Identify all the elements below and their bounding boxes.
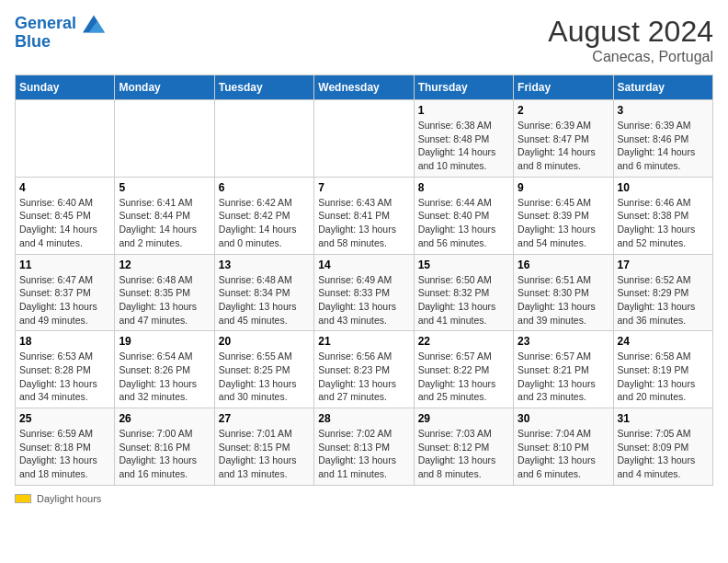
- calendar-cell: 4Sunrise: 6:40 AMSunset: 8:45 PMDaylight…: [16, 177, 115, 254]
- day-number: 23: [518, 335, 609, 348]
- page-header: General Blue August 2024 Canecas, Portug…: [15, 15, 713, 65]
- day-info: Sunrise: 6:43 AMSunset: 8:41 PMDaylight:…: [318, 196, 409, 250]
- calendar-cell: 28Sunrise: 7:02 AMSunset: 8:13 PMDayligh…: [314, 408, 414, 486]
- day-number: 29: [418, 412, 509, 425]
- calendar-cell: 20Sunrise: 6:55 AMSunset: 8:25 PMDayligh…: [214, 331, 313, 408]
- day-number: 9: [518, 181, 609, 194]
- day-number: 22: [418, 335, 509, 348]
- day-number: 21: [318, 335, 409, 348]
- calendar-cell: 1Sunrise: 6:38 AMSunset: 8:48 PMDaylight…: [414, 100, 513, 178]
- calendar-cell: 19Sunrise: 6:54 AMSunset: 8:26 PMDayligh…: [115, 331, 214, 408]
- calendar-body: 1Sunrise: 6:38 AMSunset: 8:48 PMDaylight…: [16, 100, 713, 486]
- calendar-day-header: Wednesday: [314, 75, 414, 100]
- calendar-cell: 31Sunrise: 7:05 AMSunset: 8:09 PMDayligh…: [613, 408, 712, 486]
- day-number: 5: [119, 181, 210, 194]
- calendar-cell: [314, 100, 414, 178]
- title-block: August 2024 Canecas, Portugal: [548, 15, 713, 65]
- calendar-cell: 10Sunrise: 6:46 AMSunset: 8:38 PMDayligh…: [613, 177, 712, 254]
- day-info: Sunrise: 7:03 AMSunset: 8:12 PMDaylight:…: [418, 427, 509, 481]
- calendar-cell: 3Sunrise: 6:39 AMSunset: 8:46 PMDaylight…: [613, 100, 712, 178]
- calendar-week-row: 18Sunrise: 6:53 AMSunset: 8:28 PMDayligh…: [16, 331, 713, 408]
- day-number: 14: [318, 259, 409, 271]
- logo-blue: Blue: [15, 33, 105, 52]
- day-info: Sunrise: 6:57 AMSunset: 8:22 PMDaylight:…: [418, 350, 509, 404]
- day-number: 25: [19, 412, 110, 425]
- calendar-day-header: Monday: [115, 75, 214, 100]
- calendar-cell: 16Sunrise: 6:51 AMSunset: 8:30 PMDayligh…: [514, 254, 613, 331]
- day-info: Sunrise: 6:55 AMSunset: 8:25 PMDaylight:…: [219, 350, 310, 404]
- day-info: Sunrise: 6:48 AMSunset: 8:34 PMDaylight:…: [219, 273, 310, 327]
- calendar-cell: 12Sunrise: 6:48 AMSunset: 8:35 PMDayligh…: [115, 254, 214, 331]
- day-info: Sunrise: 7:01 AMSunset: 8:15 PMDaylight:…: [219, 427, 310, 481]
- day-number: 28: [318, 412, 409, 425]
- calendar-week-row: 25Sunrise: 6:59 AMSunset: 8:18 PMDayligh…: [16, 408, 713, 486]
- main-title: August 2024: [548, 15, 713, 49]
- day-info: Sunrise: 6:40 AMSunset: 8:45 PMDaylight:…: [19, 196, 110, 250]
- day-info: Sunrise: 6:41 AMSunset: 8:44 PMDaylight:…: [119, 196, 210, 250]
- day-number: 4: [19, 181, 110, 194]
- calendar-day-header: Tuesday: [214, 75, 313, 100]
- day-info: Sunrise: 6:50 AMSunset: 8:32 PMDaylight:…: [418, 273, 509, 327]
- calendar-cell: 30Sunrise: 7:04 AMSunset: 8:10 PMDayligh…: [514, 408, 613, 486]
- day-info: Sunrise: 7:04 AMSunset: 8:10 PMDaylight:…: [518, 427, 609, 481]
- day-info: Sunrise: 6:54 AMSunset: 8:26 PMDaylight:…: [119, 350, 210, 404]
- footer: Daylight hours: [15, 493, 713, 504]
- calendar-cell: [214, 100, 313, 178]
- day-number: 30: [518, 412, 609, 425]
- calendar-week-row: 1Sunrise: 6:38 AMSunset: 8:48 PMDaylight…: [16, 100, 713, 178]
- day-info: Sunrise: 6:38 AMSunset: 8:48 PMDaylight:…: [418, 119, 509, 173]
- day-info: Sunrise: 6:46 AMSunset: 8:38 PMDaylight:…: [618, 196, 709, 250]
- calendar-cell: 21Sunrise: 6:56 AMSunset: 8:23 PMDayligh…: [314, 331, 414, 408]
- calendar-cell: 26Sunrise: 7:00 AMSunset: 8:16 PMDayligh…: [115, 408, 214, 486]
- day-number: 13: [219, 259, 310, 271]
- calendar-cell: 22Sunrise: 6:57 AMSunset: 8:22 PMDayligh…: [414, 331, 513, 408]
- calendar-cell: 17Sunrise: 6:52 AMSunset: 8:29 PMDayligh…: [613, 254, 712, 331]
- calendar-cell: 29Sunrise: 7:03 AMSunset: 8:12 PMDayligh…: [414, 408, 513, 486]
- calendar-week-row: 11Sunrise: 6:47 AMSunset: 8:37 PMDayligh…: [16, 254, 713, 331]
- day-info: Sunrise: 6:48 AMSunset: 8:35 PMDaylight:…: [119, 273, 210, 327]
- subtitle: Canecas, Portugal: [548, 49, 713, 65]
- calendar-table: SundayMondayTuesdayWednesdayThursdayFrid…: [15, 75, 713, 486]
- calendar-cell: [115, 100, 214, 178]
- day-info: Sunrise: 6:51 AMSunset: 8:30 PMDaylight:…: [518, 273, 609, 327]
- day-info: Sunrise: 7:00 AMSunset: 8:16 PMDaylight:…: [119, 427, 210, 481]
- day-info: Sunrise: 6:39 AMSunset: 8:47 PMDaylight:…: [518, 119, 609, 173]
- day-number: 3: [618, 104, 709, 117]
- day-number: 20: [219, 335, 310, 348]
- calendar-cell: 13Sunrise: 6:48 AMSunset: 8:34 PMDayligh…: [214, 254, 313, 331]
- day-info: Sunrise: 6:52 AMSunset: 8:29 PMDaylight:…: [618, 273, 709, 327]
- calendar-cell: 14Sunrise: 6:49 AMSunset: 8:33 PMDayligh…: [314, 254, 414, 331]
- day-info: Sunrise: 6:45 AMSunset: 8:39 PMDaylight:…: [518, 196, 609, 250]
- logo-icon: [83, 15, 105, 33]
- calendar-day-header: Friday: [514, 75, 613, 100]
- calendar-day-header: Sunday: [16, 75, 115, 100]
- day-number: 17: [618, 259, 709, 271]
- day-number: 24: [618, 335, 709, 348]
- day-info: Sunrise: 6:57 AMSunset: 8:21 PMDaylight:…: [518, 350, 609, 404]
- day-info: Sunrise: 6:47 AMSunset: 8:37 PMDaylight:…: [19, 273, 110, 327]
- calendar-cell: 6Sunrise: 6:42 AMSunset: 8:42 PMDaylight…: [214, 177, 313, 254]
- day-number: 31: [618, 412, 709, 425]
- daylight-bar-icon: [15, 494, 31, 503]
- calendar-cell: 2Sunrise: 6:39 AMSunset: 8:47 PMDaylight…: [514, 100, 613, 178]
- day-number: 26: [119, 412, 210, 425]
- day-number: 6: [219, 181, 310, 194]
- calendar-day-header: Saturday: [613, 75, 712, 100]
- daylight-label: Daylight hours: [37, 493, 101, 504]
- calendar-header-row: SundayMondayTuesdayWednesdayThursdayFrid…: [16, 75, 713, 100]
- calendar-cell: 18Sunrise: 6:53 AMSunset: 8:28 PMDayligh…: [16, 331, 115, 408]
- day-number: 8: [418, 181, 509, 194]
- day-info: Sunrise: 6:44 AMSunset: 8:40 PMDaylight:…: [418, 196, 509, 250]
- calendar-cell: 5Sunrise: 6:41 AMSunset: 8:44 PMDaylight…: [115, 177, 214, 254]
- day-info: Sunrise: 6:39 AMSunset: 8:46 PMDaylight:…: [618, 119, 709, 173]
- day-number: 12: [119, 259, 210, 271]
- day-number: 7: [318, 181, 409, 194]
- day-info: Sunrise: 6:53 AMSunset: 8:28 PMDaylight:…: [19, 350, 110, 404]
- calendar-cell: 8Sunrise: 6:44 AMSunset: 8:40 PMDaylight…: [414, 177, 513, 254]
- day-number: 10: [618, 181, 709, 194]
- day-info: Sunrise: 6:49 AMSunset: 8:33 PMDaylight:…: [318, 273, 409, 327]
- calendar-cell: [16, 100, 115, 178]
- logo: General Blue: [15, 15, 105, 52]
- day-info: Sunrise: 6:42 AMSunset: 8:42 PMDaylight:…: [219, 196, 310, 250]
- calendar-cell: 7Sunrise: 6:43 AMSunset: 8:41 PMDaylight…: [314, 177, 414, 254]
